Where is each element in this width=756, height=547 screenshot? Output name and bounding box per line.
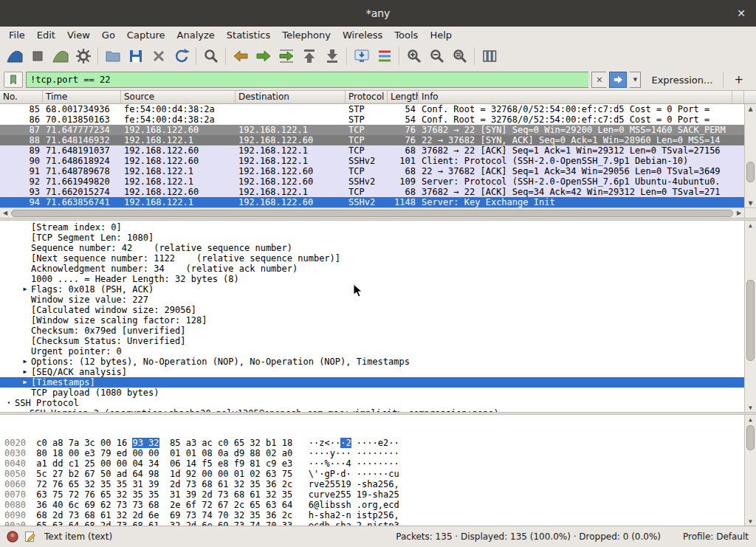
detail-line[interactable]: ▶[SEQ/ACK analysis] xyxy=(0,367,756,377)
menu-help[interactable]: Help xyxy=(424,28,458,42)
menu-analyze[interactable]: Analyze xyxy=(171,28,221,42)
file-close-button[interactable] xyxy=(147,46,170,66)
filter-bookmark-button[interactable] xyxy=(4,72,23,88)
menu-edit[interactable]: Edit xyxy=(31,28,61,42)
capture-start-button[interactable] xyxy=(3,46,26,66)
packet-row-93[interactable]: 9371.662015274192.168.122.60192.168.122.… xyxy=(0,187,744,197)
filter-dropdown-button[interactable]: ▼ xyxy=(630,72,641,88)
scroll-up-icon[interactable]: ▲ xyxy=(745,104,756,113)
menu-telephony[interactable]: Telephony xyxy=(276,28,337,42)
profile-status[interactable]: Profile: Default xyxy=(683,531,749,542)
file-open-button[interactable] xyxy=(101,46,124,66)
column-header-time[interactable]: Time xyxy=(43,91,121,103)
zoom-original-button[interactable] xyxy=(448,46,471,66)
scroll-down-icon[interactable]: ▼ xyxy=(745,403,756,412)
go-top-button[interactable] xyxy=(298,46,320,66)
detail-line[interactable]: Acknowledgment number: 34 (relative ack … xyxy=(0,264,756,274)
packet-row-92[interactable]: 9271.661949820192.168.122.1192.168.122.6… xyxy=(0,176,744,187)
detail-line[interactable]: [Checksum Status: Unverified] xyxy=(0,336,756,346)
expert-info-button[interactable] xyxy=(6,530,19,543)
detail-line[interactable]: ▶[Timestamps] xyxy=(0,377,756,388)
add-filter-button[interactable]: + xyxy=(726,73,752,86)
go-to-packet-button[interactable] xyxy=(275,46,298,66)
packet-row-89[interactable]: 8971.648191037192.168.122.60192.168.122.… xyxy=(0,145,744,156)
filter-apply-button[interactable] xyxy=(609,72,627,88)
column-header-source[interactable]: Source xyxy=(121,91,236,103)
expression-button[interactable]: Expression... xyxy=(644,75,720,86)
detail-line[interactable]: ▶Options: (12 bytes), No-Operation (NOP)… xyxy=(0,357,756,367)
scroll-up-icon[interactable]: ▲ xyxy=(745,415,756,424)
hex-row[interactable]: 0070 63 75 72 76 65 32 35 35 31 39 2d 73… xyxy=(4,489,756,500)
packet-row-85[interactable]: 8568.001734936fe:54:00:d4:38:2aSTP54Conf… xyxy=(0,104,744,114)
packet-row-86[interactable]: 8670.013850163fe:54:00:d4:38:2aSTP54Conf… xyxy=(0,114,744,125)
scroll-left-icon[interactable]: ◀ xyxy=(0,208,10,219)
detail-line[interactable]: TCP payload (1080 bytes) xyxy=(0,388,756,398)
packet-list-vertical-scrollbar[interactable]: ▲ ▼ xyxy=(744,104,756,207)
file-save-button[interactable] xyxy=(124,46,147,66)
go-back-button[interactable] xyxy=(229,46,252,66)
hex-row[interactable]: 0080 36 40 6c 69 62 73 73 68 2e 6f 72 67… xyxy=(4,500,756,510)
scrollbar-thumb[interactable] xyxy=(746,280,755,361)
hex-row[interactable]: 0030 80 18 00 e3 79 ed 00 00 01 01 08 0a… xyxy=(4,448,756,458)
detail-line[interactable]: Checksum: 0x79ed [unverified] xyxy=(0,326,756,336)
detail-line[interactable]: ▶Flags: 0x018 (PSH, ACK) xyxy=(0,284,756,295)
packet-row-87[interactable]: 8771.647777234192.168.122.60192.168.122.… xyxy=(0,125,744,135)
detail-line[interactable]: Sequence number: 42 (relative sequence n… xyxy=(0,243,756,253)
detail-line[interactable]: SSH Version 2 (encryption:chacha20-poly1… xyxy=(0,408,756,412)
expander-icon[interactable]: ▶ xyxy=(19,367,31,377)
menu-wireless[interactable]: Wireless xyxy=(337,28,388,42)
close-button[interactable]: ✕ xyxy=(734,6,749,21)
hex-row[interactable]: 00a0 65 63 64 68 2d 73 68 61 32 2d 6e 69… xyxy=(4,520,756,526)
hex-row[interactable]: 0090 68 2d 73 68 61 32 2d 6e 69 73 74 70… xyxy=(4,510,756,520)
autoscroll-button[interactable] xyxy=(350,46,373,66)
capture-options-button[interactable] xyxy=(72,46,94,66)
detail-line[interactable]: [Stream index: 0] xyxy=(0,222,756,233)
reload-button[interactable] xyxy=(170,46,193,66)
capture-comment-button[interactable] xyxy=(24,530,37,543)
filter-clear-button[interactable]: ✕ xyxy=(591,72,606,88)
scroll-down-icon[interactable]: ▼ xyxy=(745,517,756,526)
zoom-out-button[interactable] xyxy=(425,46,448,66)
zoom-in-button[interactable] xyxy=(402,46,425,66)
display-filter-input[interactable] xyxy=(26,72,588,88)
menu-file[interactable]: File xyxy=(3,28,31,42)
menu-tools[interactable]: Tools xyxy=(388,28,424,42)
detail-line[interactable]: Window size value: 227 xyxy=(0,295,756,305)
details-vertical-scrollbar[interactable]: ▲ ▼ xyxy=(744,221,756,412)
column-header-no[interactable]: No. xyxy=(0,91,43,103)
packet-row-91[interactable]: 9171.648789678192.168.122.1192.168.122.6… xyxy=(0,166,744,176)
column-header-length[interactable]: Length xyxy=(388,91,419,103)
scrollbar-thumb[interactable] xyxy=(11,210,733,217)
column-header-info[interactable]: Info xyxy=(419,91,732,103)
packet-row-90[interactable]: 9071.648618924192.168.122.60192.168.122.… xyxy=(0,156,744,166)
detail-line[interactable]: [Window size scaling factor: 128] xyxy=(0,315,756,326)
hex-vertical-scrollbar[interactable]: ▲ ▼ xyxy=(744,415,756,526)
packet-list-horizontal-scrollbar[interactable]: ◀ ▶ xyxy=(0,207,744,218)
expander-icon[interactable]: ▶ xyxy=(19,284,31,295)
menu-statistics[interactable]: Statistics xyxy=(221,28,276,42)
expander-icon[interactable]: ▾ xyxy=(3,398,15,408)
find-button[interactable] xyxy=(199,46,222,66)
column-header-destination[interactable]: Destination xyxy=(236,91,346,103)
detail-line[interactable]: ▾SSH Protocol xyxy=(0,398,756,408)
column-header-protocol[interactable]: Protocol xyxy=(346,91,388,103)
detail-line[interactable]: [Calculated window size: 29056] xyxy=(0,305,756,315)
scroll-right-icon[interactable]: ▶ xyxy=(734,208,744,219)
expander-icon[interactable]: ▶ xyxy=(19,357,31,367)
detail-line[interactable]: [TCP Segment Len: 1080] xyxy=(0,233,756,243)
menu-capture[interactable]: Capture xyxy=(121,28,171,42)
capture-restart-button[interactable] xyxy=(49,46,72,66)
hex-row[interactable]: 0060 72 76 65 32 35 35 31 39 2d 73 68 61… xyxy=(4,479,756,489)
hex-row[interactable]: 0020 c0 a8 7a 3c 00 16 93 32 85 a3 ac c0… xyxy=(4,438,756,448)
expander-icon[interactable]: ▶ xyxy=(19,377,31,388)
detail-line[interactable]: 1000 .... = Header Length: 32 bytes (8) xyxy=(0,274,756,284)
packet-row-88[interactable]: 8871.648146932192.168.122.1192.168.122.6… xyxy=(0,135,744,145)
resize-columns-button[interactable] xyxy=(478,46,501,66)
go-bottom-button[interactable] xyxy=(320,46,343,66)
go-forward-button[interactable] xyxy=(252,46,275,66)
scroll-down-icon[interactable]: ▼ xyxy=(745,199,756,207)
scroll-up-icon[interactable]: ▲ xyxy=(745,221,756,230)
hex-row[interactable]: 0050 5c 27 b2 67 50 ad 64 98 1d 92 00 00… xyxy=(4,469,756,479)
hex-row[interactable]: 0040 a1 dd c1 25 00 00 04 34 06 14 f5 e8… xyxy=(4,458,756,469)
scrollbar-thumb[interactable] xyxy=(746,162,755,182)
